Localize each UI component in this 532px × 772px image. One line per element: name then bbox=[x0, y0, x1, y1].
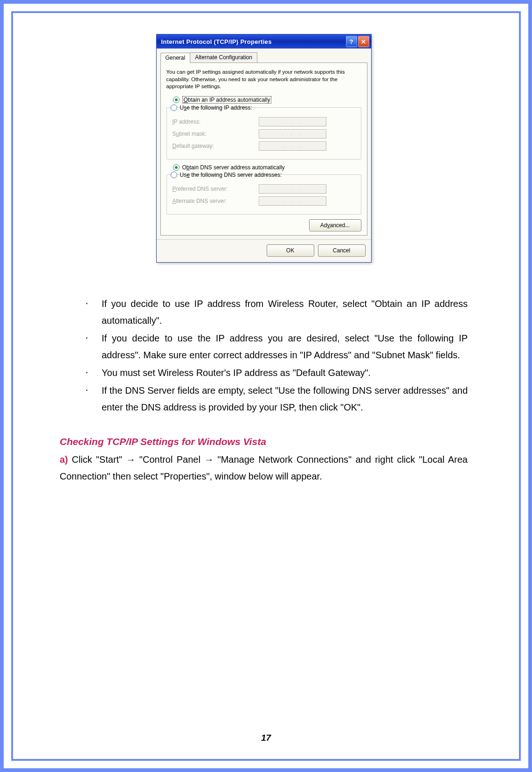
tab-general[interactable]: General bbox=[160, 53, 191, 63]
input-preferred-dns[interactable]: . . . bbox=[259, 184, 326, 194]
row-ip-address: IP address: . . . bbox=[173, 117, 355, 126]
page-inner-border: Internet Protocol (TCP/IP) Properties ? … bbox=[11, 11, 521, 761]
row-preferred-dns: Preferred DNS server: . . . bbox=[173, 184, 355, 194]
bullet-list: If you decide to use IP address from Wir… bbox=[60, 295, 468, 416]
input-subnet-mask[interactable]: . . . bbox=[259, 129, 326, 139]
arrow-icon: → bbox=[126, 454, 136, 465]
dialog-container: Internet Protocol (TCP/IP) Properties ? … bbox=[60, 34, 468, 263]
label-alternate-dns: Alternate DNS server: bbox=[173, 198, 259, 204]
window-title: Internet Protocol (TCP/IP) Properties bbox=[159, 38, 345, 45]
radio-use-following-ip[interactable]: Use the following IP address: bbox=[171, 104, 355, 111]
tab-alternate-configuration[interactable]: Alternate Configuration bbox=[190, 52, 257, 63]
step-a-mid1: "Control Panel bbox=[136, 454, 205, 465]
row-default-gateway: Default gateway: . . . bbox=[173, 141, 355, 151]
dns-manual-group: Use the following DNS server addresses: … bbox=[166, 174, 361, 215]
titlebar: Internet Protocol (TCP/IP) Properties ? … bbox=[157, 35, 371, 49]
radio-circle-icon bbox=[171, 104, 177, 111]
step-a-label: a) bbox=[60, 454, 68, 465]
tab-panel-general: You can get IP settings assigned automat… bbox=[160, 63, 367, 236]
dialog-footer: OK Cancel bbox=[157, 239, 371, 262]
bullet-1: If you decide to use IP address from Wir… bbox=[85, 295, 468, 329]
page-outer-border: Internet Protocol (TCP/IP) Properties ? … bbox=[0, 0, 532, 772]
bullet-2: If you decide to use the IP address you … bbox=[85, 330, 468, 363]
advanced-row: Advanced... bbox=[166, 219, 361, 231]
radio-use-following-ip-label: Use the following IP address: bbox=[180, 104, 252, 111]
radio-obtain-ip-auto-label: Obtain an IP address automatically bbox=[182, 96, 272, 104]
bullet-3: You must set Wireless Router's IP addres… bbox=[85, 364, 468, 381]
tcpip-properties-dialog: Internet Protocol (TCP/IP) Properties ? … bbox=[156, 34, 372, 263]
input-alternate-dns[interactable]: . . . bbox=[259, 196, 326, 206]
step-a-pre: Click "Start" bbox=[68, 454, 126, 465]
input-default-gateway[interactable]: . . . bbox=[259, 141, 326, 151]
radio-obtain-dns-auto-label: Obtain DNS server address automatically bbox=[182, 164, 285, 171]
row-subnet-mask: Subnet mask: . . . bbox=[173, 129, 355, 139]
bullet-4: If the DNS Server fields are empty, sele… bbox=[85, 382, 468, 416]
advanced-button[interactable]: Advanced... bbox=[309, 219, 361, 231]
radio-use-following-dns[interactable]: Use the following DNS server addresses: bbox=[171, 172, 355, 178]
help-icon: ? bbox=[350, 38, 353, 45]
radio-use-following-dns-label: Use the following DNS server addresses: bbox=[180, 172, 282, 178]
ok-button[interactable]: OK bbox=[267, 244, 314, 257]
radio-obtain-ip-auto[interactable]: Obtain an IP address automatically bbox=[173, 96, 361, 104]
cancel-button[interactable]: Cancel bbox=[318, 244, 366, 257]
close-icon: ✕ bbox=[361, 38, 366, 45]
section-title-vista: Checking TCP/IP Settings for Windows Vis… bbox=[60, 433, 468, 450]
label-subnet-mask: Subnet mask: bbox=[173, 131, 259, 137]
intro-text: You can get IP settings assigned automat… bbox=[166, 69, 361, 90]
ip-manual-group: Use the following IP address: IP address… bbox=[166, 107, 361, 160]
label-ip-address: IP address: bbox=[173, 118, 259, 125]
radio-circle-icon bbox=[171, 172, 177, 178]
radio-dot-icon bbox=[173, 164, 180, 171]
close-button[interactable]: ✕ bbox=[358, 36, 369, 47]
radio-dot-icon bbox=[173, 97, 180, 103]
radio-obtain-dns-auto[interactable]: Obtain DNS server address automatically bbox=[173, 164, 361, 171]
page-number: 17 bbox=[13, 733, 519, 743]
step-a-text: a) Click "Start" → "Control Panel → "Man… bbox=[60, 451, 468, 485]
body-text: If you decide to use IP address from Wir… bbox=[60, 295, 468, 485]
label-default-gateway: Default gateway: bbox=[173, 143, 259, 149]
tab-strip: General Alternate Configuration bbox=[157, 49, 371, 63]
label-preferred-dns: Preferred DNS server: bbox=[173, 186, 259, 192]
row-alternate-dns: Alternate DNS server: . . . bbox=[173, 196, 355, 206]
input-ip-address[interactable]: . . . bbox=[259, 117, 326, 126]
help-button[interactable]: ? bbox=[346, 36, 357, 47]
dialog-body: General Alternate Configuration You can … bbox=[157, 49, 371, 262]
arrow-icon: → bbox=[204, 454, 214, 465]
